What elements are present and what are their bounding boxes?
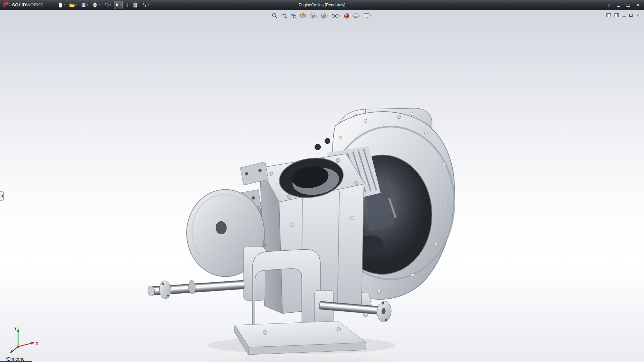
maximize-icon <box>627 4 630 7</box>
brand-text: SOLIDWORKS <box>12 2 43 7</box>
ds-logo-icon <box>3 2 10 8</box>
view-orientation-label: *Dimetric <box>5 356 24 362</box>
document-minimize-button[interactable] <box>623 14 626 17</box>
display-style-button[interactable]: ▾ <box>320 12 329 19</box>
section-view-icon <box>300 13 306 19</box>
floor-reflection <box>147 355 454 362</box>
apply-scene-button[interactable]: ▾ <box>352 12 361 19</box>
options-sliders-icon <box>142 3 147 7</box>
select-button[interactable]: ▾ <box>114 1 123 9</box>
save-floppy-icon <box>81 2 86 7</box>
previous-view-icon <box>290 13 297 19</box>
view-orientation-cube-icon <box>309 13 315 19</box>
panel-left-icon <box>606 13 611 17</box>
heads-up-toolbar: ▾ ▾ ▾ <box>271 12 372 19</box>
shaft-left <box>147 275 245 300</box>
minimize-icon <box>617 6 620 7</box>
print-button[interactable]: ▾ <box>91 1 101 9</box>
apply-scene-icon <box>353 13 359 19</box>
dropdown-caret[interactable]: ▾ <box>370 15 372 17</box>
section-view-button[interactable] <box>299 12 307 19</box>
engine-casing-model[interactable] <box>0 10 644 362</box>
undo-button[interactable]: ▾ <box>103 1 113 9</box>
window-title: EngineCasing [Read-only] <box>299 0 345 10</box>
document-close-button[interactable]: × <box>636 13 639 18</box>
graphics-viewport[interactable]: ▾ ▾ ▾ <box>0 10 644 362</box>
hide-show-items-button[interactable]: ▾ <box>331 12 341 19</box>
clipboard-icon <box>133 2 138 8</box>
chevron-left-icon <box>1 195 3 197</box>
dropdown-caret[interactable]: ▾ <box>339 15 340 17</box>
dropdown-caret[interactable]: ▾ <box>87 4 88 6</box>
new-button[interactable]: ▾ <box>57 1 66 9</box>
select-cursor-icon <box>115 2 119 8</box>
close-button[interactable]: × <box>636 2 640 8</box>
orientation-triad: Y x <box>3 324 44 355</box>
options-button[interactable]: ▾ <box>141 1 151 9</box>
zoom-to-area-button[interactable] <box>280 12 288 19</box>
panel-toggle-right-button[interactable] <box>614 13 619 17</box>
document-restore-button[interactable] <box>629 14 633 17</box>
minimize-icon <box>623 16 626 17</box>
hide-show-glasses-icon <box>332 13 338 18</box>
titlebar-toolbar: ▾ ▾ ▾ ▾ <box>57 1 151 9</box>
triad-x-label: x <box>36 341 38 346</box>
dropdown-caret[interactable]: ▾ <box>148 4 149 6</box>
view-orientation-button[interactable]: ▾ <box>309 12 318 19</box>
brand-solid: SOLID <box>12 2 26 7</box>
panel-right-icon <box>614 13 619 17</box>
rebuild-trafficlight-icon <box>126 2 129 8</box>
dropdown-caret[interactable]: ▾ <box>120 4 121 6</box>
zoom-to-area-icon <box>281 13 287 19</box>
print-icon <box>92 2 98 7</box>
window-controls: ? × <box>607 0 640 10</box>
zoom-to-fit-icon <box>272 13 278 19</box>
featuremanager-collapse-tab[interactable] <box>0 191 4 201</box>
display-style-icon <box>321 13 327 19</box>
new-document-icon <box>58 2 63 8</box>
brand-works: WORKS <box>26 2 43 7</box>
app-logo: SOLIDWORKS <box>0 2 43 8</box>
open-folder-icon <box>69 3 75 7</box>
maximize-button[interactable] <box>626 4 630 7</box>
dropdown-caret[interactable]: ▾ <box>64 4 65 6</box>
dropdown-caret[interactable]: ▾ <box>110 4 111 6</box>
view-settings-icon <box>364 13 370 18</box>
triad-y-label: Y <box>14 326 17 331</box>
help-button[interactable]: ? <box>607 3 611 8</box>
dropdown-caret[interactable]: ▾ <box>327 15 329 17</box>
titlebar: SOLIDWORKS ▾ ▾ ▾ <box>0 0 644 10</box>
edit-appearance-ball-icon <box>344 13 350 19</box>
base-plate <box>234 321 366 355</box>
panel-toggle-left-button[interactable] <box>606 13 611 17</box>
undo-arrow-icon <box>104 2 109 7</box>
rebuild-button[interactable] <box>124 1 130 9</box>
open-button[interactable]: ▾ <box>68 1 78 9</box>
restore-icon <box>629 14 633 17</box>
zoom-to-fit-button[interactable] <box>271 12 278 19</box>
file-properties-button[interactable] <box>132 1 139 9</box>
previous-view-button[interactable] <box>290 12 297 19</box>
view-settings-button[interactable]: ▾ <box>363 12 372 19</box>
minimize-button[interactable] <box>616 4 621 7</box>
model-geometry <box>147 108 454 355</box>
save-button[interactable]: ▾ <box>80 1 90 9</box>
edit-appearance-button[interactable] <box>343 12 350 19</box>
document-window-controls: × <box>606 13 639 18</box>
dropdown-caret[interactable]: ▾ <box>359 15 361 17</box>
dropdown-caret[interactable]: ▾ <box>75 4 77 6</box>
dropdown-caret[interactable]: ▾ <box>316 15 317 17</box>
dropdown-caret[interactable]: ▾ <box>98 4 100 6</box>
